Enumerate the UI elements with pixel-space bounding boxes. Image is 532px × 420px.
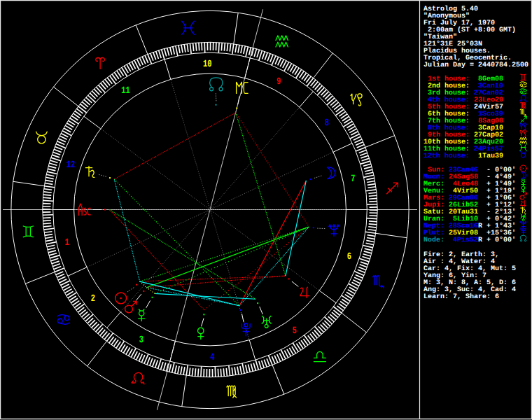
- svg-text:6: 6: [347, 251, 351, 262]
- svg-text:9: 9: [276, 76, 281, 88]
- svg-text:R: R: [478, 223, 482, 230]
- svg-text:3: 3: [139, 335, 144, 346]
- svg-text:2: 2: [91, 293, 95, 304]
- svg-text:1: 1: [65, 237, 69, 248]
- svg-text:7: 7: [351, 174, 355, 185]
- svg-text:4: 4: [211, 352, 215, 363]
- svg-text:Node:: Node:: [424, 236, 444, 244]
- svg-text:Julian Day = 2440784.2500: Julian Day = 2440784.2500: [424, 61, 528, 69]
- svg-text:10: 10: [203, 59, 211, 70]
- svg-text:R: R: [478, 237, 482, 244]
- svg-text:12th house:: 12th house:: [424, 152, 470, 160]
- svg-text:4Pis52: 4Pis52: [449, 236, 478, 244]
- svg-text:5: 5: [292, 326, 296, 337]
- svg-text:1Tau39: 1Tau39: [478, 153, 503, 160]
- svg-text:8: 8: [325, 118, 329, 129]
- svg-text:11: 11: [121, 85, 130, 97]
- svg-text:12: 12: [66, 160, 75, 171]
- svg-text:+ 0°00': + 0°00': [486, 236, 516, 244]
- svg-text:Learn: 7, Share: 6: Learn: 7, Share: 6: [424, 293, 499, 301]
